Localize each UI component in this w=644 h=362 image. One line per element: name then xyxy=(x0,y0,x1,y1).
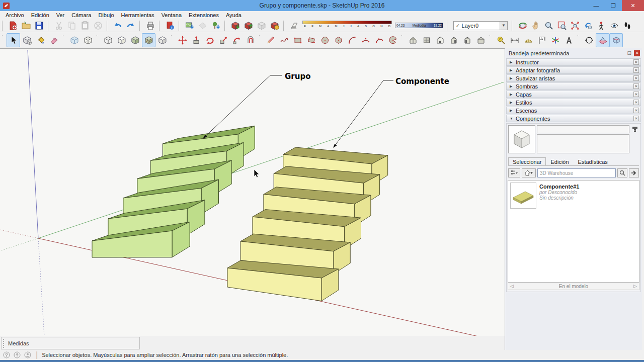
shaded-textures-button[interactable] xyxy=(142,33,155,47)
display-section-planes-button[interactable] xyxy=(596,33,609,47)
photo-textures-button[interactable] xyxy=(209,20,222,32)
close-button[interactable]: ✕ xyxy=(622,0,644,11)
layer-dropdown[interactable]: ✓ Layer0 ▼ xyxy=(453,21,508,30)
menu-ver[interactable]: Ver xyxy=(53,12,68,19)
share-component-button[interactable] xyxy=(255,20,268,32)
rotate-button[interactable] xyxy=(203,33,216,47)
menu-extensiones[interactable]: Extensiones xyxy=(185,12,222,19)
select-button[interactable] xyxy=(7,33,20,47)
pie-button[interactable] xyxy=(386,33,399,47)
menu-dibujo[interactable]: Dibujo xyxy=(95,12,117,19)
tray-section-suavizar-aristas[interactable]: ▶Suavizar aristas✕ xyxy=(506,74,641,82)
wireframe-button[interactable] xyxy=(101,33,115,47)
model-viewport[interactable]: GrupoComponente xyxy=(0,48,505,336)
tab-edicion[interactable]: Edición xyxy=(546,157,573,165)
viewport-canvas[interactable]: GrupoComponente xyxy=(0,49,505,336)
rectangle-button[interactable] xyxy=(291,33,304,47)
freehand-button[interactable] xyxy=(277,33,291,47)
open-model-button[interactable] xyxy=(20,20,33,32)
paste-button[interactable] xyxy=(78,20,92,32)
save-model-button[interactable] xyxy=(33,20,46,32)
menu-camara[interactable]: Cámara xyxy=(68,12,95,19)
text-button[interactable] xyxy=(535,33,548,47)
walk-button[interactable] xyxy=(621,20,634,32)
section-close-button[interactable]: ✕ xyxy=(633,108,639,113)
paint-bucket-button[interactable] xyxy=(34,33,47,47)
tray-section-adaptar-fotografi-a[interactable]: ▶Adaptar fotografía✕ xyxy=(506,66,641,74)
follow-me-button[interactable] xyxy=(230,33,244,47)
section-plane-button[interactable] xyxy=(582,33,596,47)
line-button[interactable] xyxy=(264,33,277,47)
circle-button[interactable] xyxy=(318,33,332,47)
menu-herramientas[interactable]: Herramientas xyxy=(118,12,158,19)
geolocation-icon[interactable] xyxy=(3,351,10,358)
section-close-button[interactable]: ✕ xyxy=(633,92,639,97)
section-close-button[interactable]: ✕ xyxy=(633,116,639,121)
tray-close-button[interactable]: ✕ xyxy=(634,50,640,56)
tab-estadisticas[interactable]: Estadísticas xyxy=(574,157,612,165)
menu-edicion[interactable]: Edición xyxy=(28,12,53,19)
print-button[interactable] xyxy=(144,20,157,32)
undo-button[interactable] xyxy=(111,20,124,32)
menu-ayuda[interactable]: Ayuda xyxy=(222,12,245,19)
two-point-arc-button[interactable] xyxy=(359,33,372,47)
model-info-button[interactable] xyxy=(164,20,177,32)
medidas-grip[interactable] xyxy=(3,339,5,348)
scale-button[interactable] xyxy=(216,33,230,47)
xray-button[interactable] xyxy=(67,33,81,47)
shadow-time-slider[interactable]: 04:23 Mediodía 19:22 xyxy=(395,23,443,28)
monochrome-button[interactable] xyxy=(155,33,169,47)
view-options-button[interactable] xyxy=(508,168,520,177)
section-close-button[interactable]: ✕ xyxy=(633,67,639,73)
view-iso-button[interactable] xyxy=(406,33,420,47)
hidden-line-button[interactable] xyxy=(115,33,128,47)
warehouse-search-input[interactable] xyxy=(537,168,616,177)
extension-warehouse-button[interactable] xyxy=(268,20,281,32)
tray-section-escenas[interactable]: ▶Escenas✕ xyxy=(506,107,641,114)
push-pull-button[interactable] xyxy=(189,33,203,47)
restore-button[interactable]: ❐ xyxy=(605,0,622,11)
offset-button[interactable] xyxy=(244,33,257,47)
view-top-button[interactable] xyxy=(420,33,433,47)
sign-in-icon[interactable] xyxy=(24,351,31,358)
tray-section-capas[interactable]: ▶Capas✕ xyxy=(506,90,641,98)
component-description-field[interactable] xyxy=(537,134,629,153)
arc-button[interactable] xyxy=(345,33,359,47)
orbit-button[interactable] xyxy=(516,20,529,32)
three-d-text-button[interactable] xyxy=(562,33,576,47)
shaded-button[interactable] xyxy=(128,33,142,47)
section-close-button[interactable]: ✕ xyxy=(633,59,639,65)
shadow-date-track[interactable] xyxy=(302,21,392,24)
cut-button[interactable] xyxy=(52,20,65,32)
section-close-button[interactable]: ✕ xyxy=(633,83,639,89)
component-list-item[interactable]: Componente#1 por Desconocido Sin descrip… xyxy=(510,183,637,209)
back-edges-button[interactable] xyxy=(81,33,95,47)
zoom-extents-button[interactable] xyxy=(569,20,582,32)
axes-button[interactable] xyxy=(548,33,562,47)
move-button[interactable] xyxy=(176,33,189,47)
advanced-search-button[interactable] xyxy=(629,168,639,177)
previous-view-button[interactable] xyxy=(582,20,595,32)
redo-button[interactable] xyxy=(124,20,137,32)
minimize-button[interactable]: — xyxy=(588,0,605,11)
view-left-button[interactable] xyxy=(460,33,474,47)
display-section-cuts-button[interactable] xyxy=(609,33,623,47)
shadows-toggle-button[interactable] xyxy=(288,20,301,32)
copy-button[interactable] xyxy=(65,20,78,32)
shadow-date-slider[interactable]: EFMAMJJASOND xyxy=(302,21,392,31)
add-location-button[interactable] xyxy=(183,20,196,32)
pan-button[interactable] xyxy=(529,20,542,32)
view-front-button[interactable] xyxy=(433,33,447,47)
view-back-button[interactable] xyxy=(474,33,488,47)
claim-credit-icon[interactable] xyxy=(14,351,21,358)
zoom-button[interactable] xyxy=(542,20,555,32)
nav-forward-icon[interactable]: ▷ xyxy=(631,284,639,289)
zoom-window-button[interactable] xyxy=(555,20,569,32)
menu-archivo[interactable]: Archivo xyxy=(2,12,28,19)
pin-icon[interactable]: ⊡ xyxy=(627,50,631,56)
rotated-rectangle-button[interactable] xyxy=(304,33,318,47)
get-models-button[interactable] xyxy=(229,20,242,32)
view-right-button[interactable] xyxy=(447,33,460,47)
tray-section-sombras[interactable]: ▶Sombras✕ xyxy=(506,82,641,90)
look-around-button[interactable] xyxy=(608,20,621,32)
